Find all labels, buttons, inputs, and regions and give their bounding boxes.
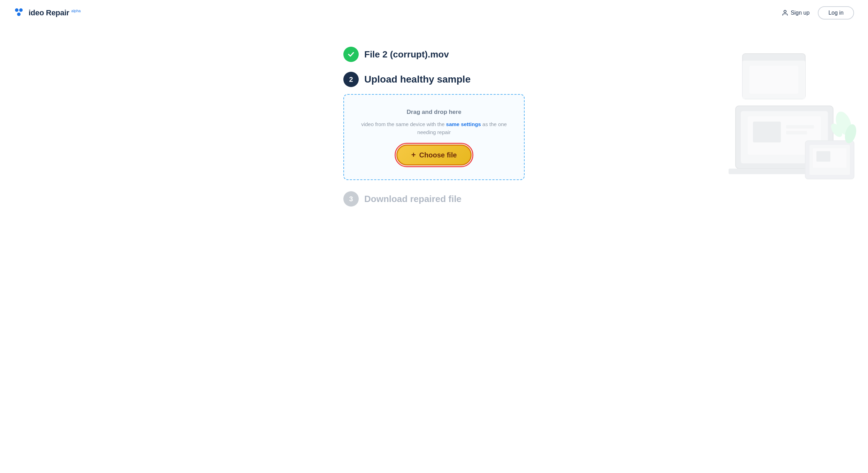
logo-icon [14, 7, 27, 18]
svg-rect-13 [729, 169, 840, 174]
svg-rect-11 [786, 125, 814, 129]
choose-file-button[interactable]: + Choose file [396, 145, 472, 165]
header-actions: Sign up Log in [782, 6, 854, 20]
header: ideo Repair alpha Sign up Log in [0, 0, 868, 26]
description: video from the same device with the same… [355, 121, 513, 136]
step2-title: Upload healthy sample [364, 74, 471, 85]
logo-text: ideo Repair [29, 8, 69, 17]
step3-number-badge: 3 [343, 191, 359, 207]
svg-point-18 [833, 109, 854, 137]
svg-point-19 [843, 123, 858, 145]
plus-icon: + [411, 150, 416, 160]
svg-rect-14 [805, 141, 854, 179]
logo-alpha: alpha [71, 9, 81, 13]
svg-point-2 [17, 13, 21, 16]
user-icon [782, 9, 789, 16]
svg-rect-15 [809, 145, 850, 175]
svg-rect-5 [743, 61, 805, 99]
svg-point-3 [784, 10, 786, 13]
login-button[interactable]: Log in [818, 6, 854, 20]
main-content: File 2 (corrupt).mov 2 Upload healthy sa… [0, 26, 868, 471]
choose-file-label: Choose file [419, 151, 457, 159]
same-settings-link: same settings [446, 121, 481, 127]
svg-rect-12 [786, 131, 807, 134]
svg-point-0 [15, 8, 18, 12]
signup-button[interactable]: Sign up [782, 9, 809, 16]
step3-number: 3 [349, 195, 353, 203]
svg-rect-10 [753, 122, 781, 142]
step2-number-badge: 2 [343, 72, 359, 87]
step1-completed: File 2 (corrupt).mov [343, 47, 525, 62]
signup-label: Sign up [791, 10, 809, 16]
logo: ideo Repair alpha [14, 7, 81, 18]
step2-number: 2 [349, 76, 353, 84]
step2-header: 2 Upload healthy sample [343, 72, 525, 87]
svg-rect-17 [816, 151, 830, 162]
svg-rect-8 [741, 111, 828, 163]
dropzone[interactable]: Drag and drop here video from the same d… [343, 94, 525, 180]
svg-rect-16 [813, 148, 846, 168]
step3-title: Download repaired file [364, 194, 462, 204]
checkmark-icon [347, 50, 355, 59]
decorative-illustration [722, 43, 868, 217]
svg-rect-4 [743, 54, 805, 99]
svg-rect-7 [736, 106, 833, 169]
drag-drop-label: Drag and drop here [355, 109, 513, 116]
svg-rect-9 [748, 116, 821, 155]
steps-container: File 2 (corrupt).mov 2 Upload healthy sa… [343, 47, 525, 207]
step1-filename: File 2 (corrupt).mov [364, 49, 449, 60]
description-part1: video from the same device with the [361, 121, 444, 127]
step3-disabled: 3 Download repaired file [343, 191, 525, 207]
svg-point-20 [829, 122, 845, 139]
check-circle [343, 47, 359, 62]
svg-rect-6 [749, 66, 798, 94]
illustration-svg [722, 43, 868, 217]
svg-point-1 [19, 8, 23, 12]
